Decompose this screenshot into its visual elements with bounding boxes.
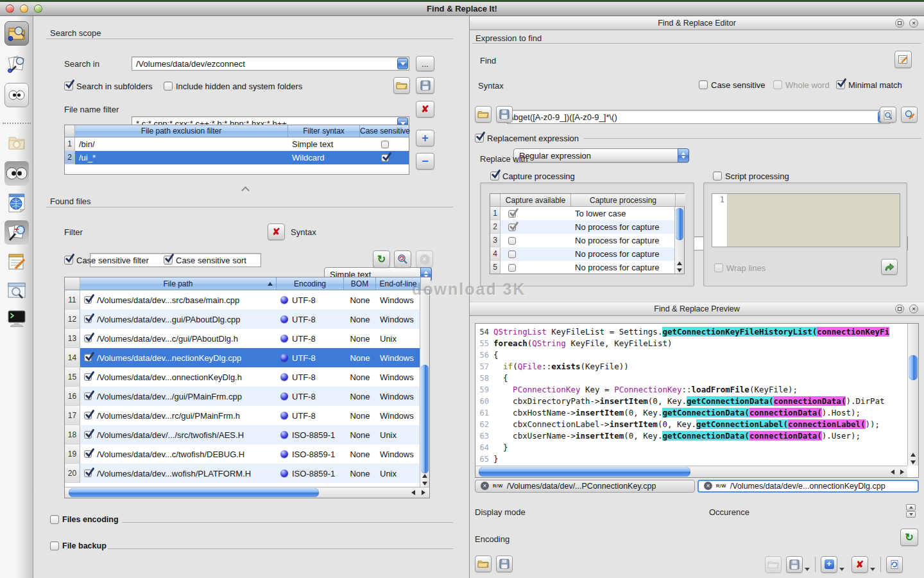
scroll-down-icon[interactable] — [911, 460, 916, 464]
close-window-button[interactable] — [6, 4, 14, 13]
file-include-checkbox[interactable] — [84, 431, 92, 439]
found-file-row[interactable]: 20 /Volumes/data/dev...wofish/PLATFORM.H… — [65, 464, 420, 483]
clear-file-filter-button[interactable]: ✘ — [416, 101, 434, 118]
wrap-lines-checkbox[interactable] — [714, 263, 723, 272]
found-file-row[interactable]: 19 /Volumes/data/dev...c/twofish/DEBUG.H… — [65, 444, 420, 464]
stepper-up-icon[interactable] — [906, 504, 916, 511]
file-include-checkbox[interactable] — [84, 335, 92, 342]
preview-file-tab[interactable]: × R/W /Volumes/data/dev/...PConnectionKe… — [475, 480, 695, 493]
close-panel-icon[interactable]: × — [909, 304, 918, 313]
window-titlebar[interactable]: Find & Replace It! — [0, 2, 924, 16]
preview-code-area[interactable]: 54QStringList KeyFileList = Settings.get… — [475, 323, 919, 478]
exclusion-path-header[interactable]: File path exclusion filter — [75, 125, 288, 137]
capture-available-checkbox[interactable] — [508, 223, 516, 231]
save-menu-arrow-icon[interactable] — [805, 568, 810, 571]
minimize-window-button[interactable] — [20, 4, 28, 13]
exclusion-table-row[interactable]: 2 /ui_* Wildcard — [65, 151, 409, 164]
capture-row[interactable]: 5 No process for capture — [490, 261, 674, 274]
scroll-right-icon[interactable] — [422, 490, 425, 495]
float-panel-icon[interactable] — [895, 304, 904, 313]
preview-vscroll-thumb[interactable] — [909, 355, 918, 381]
preview-replace-button[interactable] — [901, 107, 918, 123]
save-expression-button[interactable] — [496, 106, 513, 123]
bom-header[interactable]: BOM — [344, 277, 376, 290]
include-hidden-checkbox[interactable] — [164, 82, 173, 91]
replacement-expression-checkbox[interactable] — [475, 134, 484, 143]
search-files-icon[interactable] — [4, 21, 29, 46]
find-replace-files-icon[interactable] — [4, 52, 29, 76]
capture-available-checkbox[interactable] — [508, 237, 516, 245]
exclusion-case-checkbox[interactable] — [381, 154, 389, 162]
files-hscroll-thumb[interactable] — [69, 488, 319, 497]
save-preview-file-button[interactable] — [496, 556, 513, 572]
capture-available-header[interactable]: Capture available — [501, 194, 571, 206]
preview-find-button[interactable] — [880, 107, 896, 123]
scroll-right-icon[interactable] — [900, 469, 904, 475]
close-panel-icon[interactable]: × — [909, 19, 918, 28]
search-subfolders-checkbox[interactable] — [64, 82, 73, 91]
file-include-checkbox[interactable] — [84, 315, 92, 323]
exclusion-case-header[interactable]: Case sensitive — [360, 125, 410, 137]
capture-vscroll-thumb[interactable] — [676, 208, 683, 240]
scroll-left-icon[interactable] — [891, 469, 894, 475]
discard-menu-arrow-icon[interactable] — [870, 568, 875, 571]
found-file-row[interactable]: 14 /Volumes/data/dev...nectionKeyDlg.cpp… — [65, 348, 420, 367]
found-file-row[interactable]: 13 /Volumes/data/dev...c/gui/PAboutDlg.h… — [65, 329, 420, 348]
script-editor[interactable]: 1 — [712, 193, 900, 247]
editor-panel-titlebar[interactable]: Find & Replace Editor × — [470, 16, 924, 30]
scroll-down-icon[interactable] — [422, 482, 427, 486]
files-horizontal-scrollbar[interactable] — [65, 487, 429, 498]
restore-file-button[interactable] — [886, 556, 903, 573]
web-document-icon[interactable] — [4, 191, 29, 215]
reload-encoding-button[interactable]: ↻ — [900, 529, 918, 546]
preview-file-tab[interactable]: × R/W /Volumes/data/dev/e...onnectionKey… — [697, 480, 919, 493]
preview-vertical-scrollbar[interactable] — [907, 324, 918, 466]
found-file-row[interactable]: 17 /Volumes/data/dev...rc/gui/PMainFrm.h… — [65, 406, 420, 425]
load-expression-button[interactable] — [475, 106, 492, 123]
terminal-icon[interactable] — [4, 306, 29, 331]
add-exclusion-button[interactable]: + — [416, 130, 434, 146]
capture-available-checkbox[interactable] — [508, 210, 516, 218]
whole-word-checkbox[interactable] — [773, 80, 782, 89]
notepad-icon[interactable] — [4, 250, 29, 274]
minimal-match-checkbox[interactable] — [836, 80, 845, 89]
view-results-eyes-icon[interactable] — [4, 161, 29, 186]
float-panel-icon[interactable] — [895, 19, 904, 28]
capture-vertical-scrollbar[interactable] — [674, 207, 684, 274]
scroll-left-icon[interactable] — [411, 490, 415, 495]
zoom-window-button[interactable] — [34, 4, 42, 13]
found-file-row[interactable]: 12 /Volumes/data/dev...gui/PAboutDlg.cpp… — [65, 310, 420, 329]
preview-hscroll-thumb[interactable] — [479, 467, 690, 477]
file-include-checkbox[interactable] — [84, 296, 92, 304]
search-in-dropdown-icon[interactable] — [397, 58, 408, 69]
scroll-up-icon[interactable] — [677, 261, 682, 265]
file-include-checkbox[interactable] — [84, 354, 92, 362]
file-path-header[interactable]: File path — [80, 277, 277, 290]
remove-exclusion-button[interactable]: − — [416, 153, 434, 170]
replace-menu-arrow-icon[interactable] — [839, 568, 844, 571]
capture-row[interactable]: 2 No process for capture — [490, 220, 674, 234]
found-file-row[interactable]: 18 /Volumes/data/dev/.../src/twofish/AES… — [65, 425, 420, 444]
case-sensitive-filter-checkbox[interactable] — [64, 256, 73, 265]
search-in-combo[interactable]: /Volumes/data/dev/ezconnect — [132, 57, 409, 71]
capture-row[interactable]: 3 No process for capture — [490, 234, 674, 247]
script-processing-checkbox[interactable] — [713, 171, 722, 180]
window-search-icon[interactable] — [4, 278, 29, 302]
scroll-down-icon[interactable] — [677, 268, 682, 272]
browse-folder-button[interactable]: ... — [416, 56, 434, 71]
file-include-checkbox[interactable] — [84, 469, 92, 477]
files-vscroll-thumb[interactable] — [421, 365, 429, 473]
found-file-row[interactable]: 16 /Volumes/data/dev.../gui/PMainFrm.cpp… — [65, 387, 420, 406]
capture-processing-header[interactable]: Capture processing — [571, 194, 676, 206]
save-all-button[interactable] — [786, 556, 803, 573]
save-scope-button[interactable] — [416, 77, 434, 94]
capture-available-checkbox[interactable] — [508, 250, 516, 258]
open-preview-file-button[interactable] — [475, 556, 492, 572]
collapse-arrow-icon[interactable] — [241, 186, 250, 195]
tab-close-icon[interactable]: × — [704, 482, 712, 490]
research-button[interactable] — [394, 250, 411, 268]
found-file-row[interactable]: 11 /Volumes/data/dev...src/base/main.cpp… — [65, 290, 420, 310]
capture-available-checkbox[interactable] — [508, 264, 516, 272]
scroll-up-icon[interactable] — [422, 474, 427, 478]
files-encoding-checkbox[interactable] — [50, 515, 59, 524]
